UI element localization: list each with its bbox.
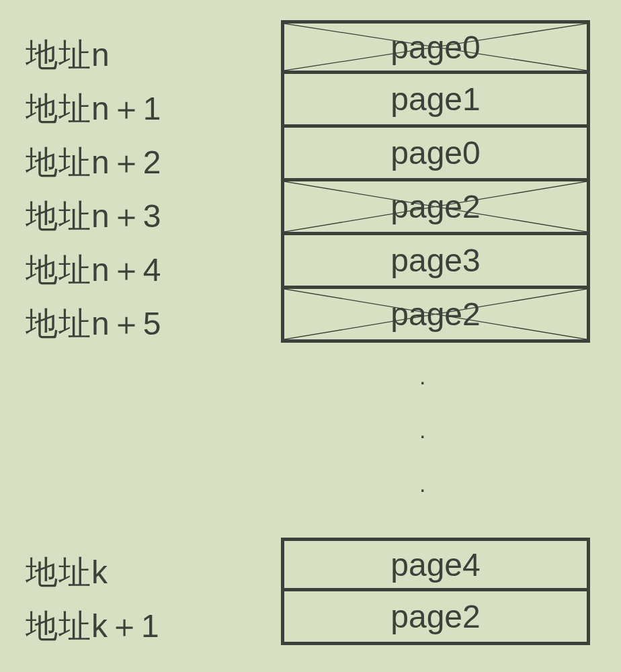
page-cell: page2 <box>281 591 590 645</box>
ellipsis-dot: · <box>419 368 425 394</box>
page-label: page2 <box>390 598 480 635</box>
addr-label: 地址k <box>26 551 108 594</box>
page-cell: page0 <box>281 128 590 181</box>
page-label: page4 <box>390 546 480 583</box>
page-label: page0 <box>390 29 480 66</box>
page-cell: page2 <box>281 289 590 343</box>
addr-label: 地址k＋1 <box>26 605 160 648</box>
page-label: page1 <box>390 81 480 118</box>
page-label: page3 <box>390 242 480 279</box>
addr-label: 地址n＋1 <box>26 87 161 130</box>
addr-label: 地址n＋2 <box>26 141 161 184</box>
ellipsis-dot: · <box>419 476 425 502</box>
page-cell: page4 <box>281 538 590 591</box>
page-label: page2 <box>390 296 480 333</box>
page-cell: page3 <box>281 235 590 289</box>
page-cell: page1 <box>281 74 590 128</box>
addr-label: 地址n <box>26 34 110 77</box>
memory-diagram: 地址n page0 地址n＋1 page1 地址n＋2 page0 地址n＋3 … <box>0 0 621 672</box>
addr-label: 地址n＋3 <box>26 195 161 238</box>
page-label: page2 <box>390 188 480 225</box>
addr-label: 地址n＋4 <box>26 249 161 292</box>
page-label: page0 <box>390 134 480 171</box>
addr-label: 地址n＋5 <box>26 302 161 345</box>
ellipsis-dot: · <box>419 422 425 448</box>
page-cell: page0 <box>281 20 590 74</box>
page-cell: page2 <box>281 181 590 235</box>
